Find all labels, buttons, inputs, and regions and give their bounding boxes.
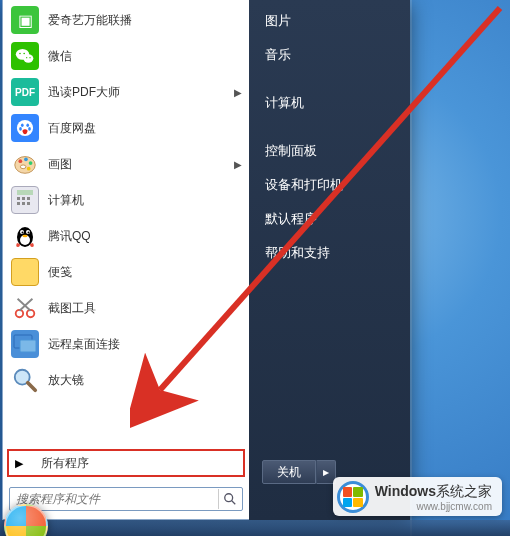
svg-point-31	[16, 310, 23, 317]
start-menu-left-panel: ▣爱奇艺万能联播微信PDF迅读PDF大师▶百度网盘画图▶计算机腾讯QQ便笺截图工…	[2, 0, 249, 520]
svg-rect-19	[22, 197, 25, 200]
shutdown-area: 关机 ▸	[262, 460, 336, 484]
shutdown-button[interactable]: 关机	[262, 460, 316, 484]
watermark-url: www.bjjcmw.com	[375, 501, 492, 512]
svg-rect-23	[27, 202, 30, 205]
svg-point-9	[19, 127, 22, 131]
program-item-pdf[interactable]: PDF迅读PDF大师▶	[4, 74, 248, 110]
arrow-right-icon: ▶	[15, 457, 23, 470]
search-icon	[223, 492, 237, 506]
svg-point-10	[28, 127, 31, 131]
iqiyi-icon: ▣	[10, 5, 40, 35]
svg-point-5	[29, 57, 30, 58]
program-label: 放大镜	[48, 372, 244, 389]
svg-rect-17	[17, 190, 33, 195]
windows-logo-icon	[337, 481, 369, 513]
program-label: 腾讯QQ	[48, 228, 244, 245]
right-item-default-programs[interactable]: 默认程序	[251, 202, 408, 236]
right-item-computer[interactable]: 计算机	[251, 86, 408, 120]
svg-line-38	[28, 383, 35, 390]
program-label: 爱奇艺万能联播	[48, 12, 244, 29]
program-item-note[interactable]: 便笺	[4, 254, 248, 290]
taskbar[interactable]	[0, 520, 510, 536]
program-item-calc[interactable]: 计算机	[4, 182, 248, 218]
mag-icon	[10, 365, 40, 395]
svg-point-16	[20, 165, 26, 169]
svg-point-7	[21, 124, 24, 128]
program-item-snip[interactable]: 截图工具	[4, 290, 248, 326]
all-programs-label: 所有程序	[41, 455, 89, 472]
program-label: 百度网盘	[48, 120, 244, 137]
svg-rect-21	[17, 202, 20, 205]
right-item-help-support[interactable]: 帮助和支持	[251, 236, 408, 270]
svg-point-4	[26, 57, 27, 58]
svg-point-2	[19, 53, 21, 55]
right-item-pictures[interactable]: 图片	[251, 4, 408, 38]
program-label: 微信	[48, 48, 244, 65]
right-item-control-panel[interactable]: 控制面板	[251, 134, 408, 168]
program-item-iqiyi[interactable]: ▣爱奇艺万能联播	[4, 2, 248, 38]
svg-point-30	[23, 235, 28, 237]
watermark-title: Windows系统之家	[375, 483, 492, 501]
program-item-rdp[interactable]: 远程桌面连接	[4, 326, 248, 362]
program-label: 迅读PDF大师	[48, 84, 234, 101]
search-box[interactable]	[9, 487, 243, 511]
snip-icon	[10, 293, 40, 323]
start-menu-right-panel: 图片 音乐 计算机 控制面板 设备和打印机 默认程序 帮助和支持	[249, 0, 410, 520]
svg-point-39	[224, 494, 232, 502]
paint-icon	[10, 149, 40, 179]
program-label: 画图	[48, 156, 234, 173]
svg-rect-36	[20, 340, 36, 352]
svg-point-28	[22, 232, 24, 234]
svg-rect-20	[27, 197, 30, 200]
program-item-baidu[interactable]: 百度网盘	[4, 110, 248, 146]
submenu-arrow-icon: ▶	[234, 159, 242, 170]
calc-icon	[10, 185, 40, 215]
right-item-devices-printers[interactable]: 设备和打印机	[251, 168, 408, 202]
program-label: 截图工具	[48, 300, 244, 317]
wechat-icon	[10, 41, 40, 71]
submenu-arrow-icon: ▶	[234, 87, 242, 98]
chevron-right-icon: ▸	[323, 465, 329, 479]
search-button[interactable]	[218, 489, 240, 509]
program-item-qq[interactable]: 腾讯QQ	[4, 218, 248, 254]
note-icon	[10, 257, 40, 287]
svg-point-12	[19, 159, 23, 163]
program-label: 便笺	[48, 264, 244, 281]
svg-point-8	[26, 124, 29, 128]
program-item-wechat[interactable]: 微信	[4, 38, 248, 74]
svg-point-29	[28, 232, 30, 234]
start-menu: ▣爱奇艺万能联播微信PDF迅读PDF大师▶百度网盘画图▶计算机腾讯QQ便笺截图工…	[2, 0, 410, 520]
svg-rect-22	[22, 202, 25, 205]
program-list: ▣爱奇艺万能联播微信PDF迅读PDF大师▶百度网盘画图▶计算机腾讯QQ便笺截图工…	[3, 0, 249, 447]
program-label: 远程桌面连接	[48, 336, 244, 353]
pdf-icon: PDF	[10, 77, 40, 107]
svg-line-40	[231, 501, 235, 505]
svg-point-32	[27, 310, 34, 317]
rdp-icon	[10, 329, 40, 359]
svg-point-14	[29, 161, 33, 165]
right-item-music[interactable]: 音乐	[251, 38, 408, 72]
svg-point-15	[27, 167, 31, 171]
program-item-paint[interactable]: 画图▶	[4, 146, 248, 182]
svg-rect-18	[17, 197, 20, 200]
search-input[interactable]	[16, 492, 218, 506]
svg-point-3	[23, 53, 25, 55]
watermark: Windows系统之家 www.bjjcmw.com	[333, 477, 502, 516]
all-programs-button[interactable]: ▶ 所有程序	[7, 449, 245, 477]
svg-point-13	[24, 158, 28, 162]
program-label: 计算机	[48, 192, 244, 209]
qq-icon	[10, 221, 40, 251]
program-item-mag[interactable]: 放大镜	[4, 362, 248, 398]
svg-point-1	[23, 54, 33, 62]
baidu-icon	[10, 113, 40, 143]
